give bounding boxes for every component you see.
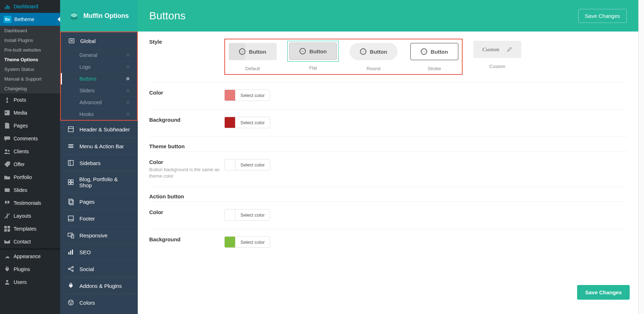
- mo-cat-header[interactable]: Header & Subheader: [60, 121, 138, 137]
- muffin-logo-icon: [69, 11, 79, 21]
- mo-cat-seo[interactable]: SEO: [60, 243, 138, 260]
- mo-cat-sidebars[interactable]: Sidebars: [60, 154, 138, 171]
- main-body: Style Button Default Button Flat: [138, 32, 638, 314]
- wp-menu-appearance[interactable]: Appearance: [0, 250, 60, 263]
- mo-sub-logo[interactable]: Logo⚙: [61, 61, 137, 73]
- wp-menu-label: Offer: [14, 161, 25, 167]
- field-label: Background: [149, 236, 224, 242]
- style-caption: Default: [245, 66, 260, 71]
- gear-icon: ⚙: [126, 112, 130, 117]
- svg-rect-17: [71, 180, 73, 182]
- field-desc: Button background is the same as theme c…: [149, 166, 224, 179]
- wp-sub-theme-options[interactable]: Theme Options: [0, 55, 60, 64]
- mo-sub-hooks[interactable]: Hooks⚙: [61, 108, 137, 120]
- select-color-button[interactable]: Select color: [235, 159, 270, 170]
- wp-sub-prebuilt[interactable]: Pre-built websites: [0, 45, 60, 55]
- color-picker[interactable]: Select color: [224, 209, 270, 221]
- wp-menu-offer[interactable]: Offer: [0, 158, 60, 171]
- svg-rect-5: [4, 229, 7, 232]
- wp-sub-dashboard[interactable]: Dashboard: [0, 26, 60, 35]
- mo-cat-global[interactable]: Global: [61, 32, 137, 49]
- mo-cat-colors[interactable]: Colors: [60, 294, 138, 311]
- color-picker[interactable]: Select color: [224, 159, 270, 170]
- style-option-stroke[interactable]: Button Stroke: [408, 41, 460, 71]
- mo-sub-advanced[interactable]: Advanced⚙: [61, 96, 137, 108]
- field-label: Color: [149, 159, 224, 165]
- mo-cat-social[interactable]: Social: [60, 260, 138, 277]
- svg-point-29: [72, 266, 73, 268]
- svg-point-11: [73, 12, 75, 14]
- style-option-custom[interactable]: Custom Custom: [471, 39, 523, 69]
- wp-sub-manual[interactable]: Manual & Support: [0, 74, 60, 84]
- style-caption: Flat: [309, 65, 317, 71]
- svg-rect-2: [5, 188, 10, 192]
- mo-sub-general[interactable]: General⚙: [61, 49, 137, 61]
- select-color-button[interactable]: Select color: [235, 209, 270, 220]
- wp-menu-testimonials[interactable]: Testimonials: [0, 197, 60, 209]
- layouts-icon: [4, 212, 11, 219]
- wp-menu-label: Users: [14, 279, 27, 285]
- select-color-button[interactable]: Select color: [235, 237, 270, 247]
- style-option-round[interactable]: Button Round: [347, 41, 400, 71]
- dashboard-icon: [4, 3, 11, 10]
- wp-menu-comments[interactable]: Comments: [0, 132, 60, 145]
- wp-menu-templates[interactable]: Templates: [0, 222, 60, 235]
- wp-menu-posts[interactable]: Posts: [0, 93, 60, 106]
- wp-menu-label: Betheme: [14, 16, 34, 22]
- field-label: Color: [149, 90, 224, 96]
- clients-icon: [4, 148, 11, 155]
- section-action-button: Action button: [149, 187, 627, 202]
- wp-menu-plugins[interactable]: Plugins: [0, 263, 60, 276]
- color-picker[interactable]: Select color: [224, 117, 270, 128]
- portfolio-icon: [4, 174, 11, 181]
- mo-cat-pages[interactable]: Pages: [60, 193, 138, 210]
- color-picker[interactable]: Select color: [224, 90, 270, 101]
- select-color-button[interactable]: Select color: [235, 117, 270, 128]
- mo-cat-menu[interactable]: Menu & Action Bar: [60, 137, 138, 154]
- wp-menu-dashboard[interactable]: Dashboard: [0, 0, 60, 13]
- scrollbar[interactable]: [638, 0, 644, 314]
- svg-rect-16: [68, 180, 70, 182]
- mo-cat-responsive[interactable]: Responsive: [60, 227, 138, 243]
- wp-sub-system-status[interactable]: System Status: [0, 64, 60, 74]
- wp-menu-slides[interactable]: Slides: [0, 184, 60, 197]
- arrow-right-icon: [421, 48, 427, 55]
- blog-icon: [67, 179, 74, 186]
- style-option-flat[interactable]: Button Flat: [287, 41, 339, 71]
- field-theme-color: Color Button background is the same as t…: [149, 152, 627, 187]
- wp-menu-layouts[interactable]: Layouts: [0, 209, 60, 222]
- mo-cat-addons[interactable]: Addons & Plugins: [60, 277, 138, 294]
- wp-menu-pages[interactable]: Pages: [0, 119, 60, 132]
- wp-sub-install-plugins[interactable]: Install Plugins: [0, 35, 60, 45]
- gear-icon: ⚙: [126, 76, 130, 81]
- mo-cat-blog[interactable]: Blog, Portfolio & Shop: [60, 171, 138, 193]
- color-swatch: [225, 237, 235, 247]
- select-color-button[interactable]: Select color: [235, 90, 270, 101]
- svg-point-7: [6, 280, 8, 282]
- wp-menu-label: Templates: [14, 226, 36, 232]
- svg-rect-21: [70, 200, 73, 205]
- wp-menu-betheme[interactable]: Be Betheme: [0, 13, 60, 26]
- style-option-default[interactable]: Button Default: [226, 41, 279, 71]
- plugins-icon: [4, 266, 11, 273]
- wp-menu-clients[interactable]: Clients: [0, 145, 60, 158]
- svg-rect-26: [70, 251, 71, 255]
- save-changes-button[interactable]: Save Changes: [577, 285, 630, 300]
- wp-menu-portfolio[interactable]: Portfolio: [0, 171, 60, 184]
- wp-menu-media[interactable]: Media: [0, 106, 60, 119]
- mo-sub-buttons[interactable]: Buttons⚙: [61, 73, 137, 84]
- wp-sub-changelog[interactable]: Changelog: [0, 84, 60, 93]
- mo-sub-sliders[interactable]: Sliders⚙: [61, 84, 137, 96]
- sidebars-icon: [67, 159, 74, 166]
- color-picker[interactable]: Select color: [224, 236, 270, 248]
- svg-point-33: [72, 301, 72, 302]
- svg-rect-25: [68, 252, 69, 255]
- media-icon: [4, 109, 11, 116]
- mo-cat-footer[interactable]: Footer: [60, 210, 138, 227]
- wp-menu-users[interactable]: Users: [0, 276, 60, 289]
- save-changes-top-button[interactable]: Save Changes: [578, 9, 627, 23]
- global-highlight-box: Global General⚙ Logo⚙ Buttons⚙ Sliders⚙ …: [60, 32, 138, 121]
- save-footer: Save Changes: [577, 285, 630, 300]
- svg-rect-22: [68, 216, 73, 221]
- wp-menu-contact[interactable]: Contact: [0, 235, 60, 248]
